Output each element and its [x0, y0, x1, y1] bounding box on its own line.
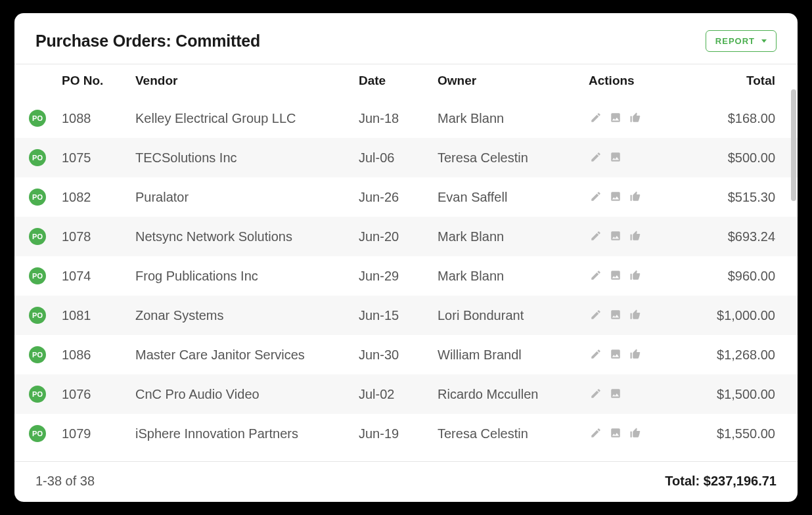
- image-icon[interactable]: [608, 189, 623, 204]
- chevron-down-icon: [761, 39, 767, 43]
- actions-cell: [582, 177, 681, 217]
- table-row[interactable]: PO1075TECSolutions IncJul-06Teresa Celes…: [14, 138, 798, 177]
- owner-cell: Mark Blann: [431, 99, 582, 138]
- col-header-date[interactable]: Date: [352, 64, 431, 99]
- thumbs-up-icon[interactable]: [628, 268, 643, 282]
- date-cell: Jun-15: [352, 296, 431, 335]
- vendor-cell: Master Care Janitor Services: [129, 335, 352, 374]
- po-number-cell: 1088: [55, 99, 129, 138]
- col-header-po[interactable]: PO No.: [55, 64, 129, 99]
- page-title: Purchase Orders: Committed: [35, 32, 260, 51]
- image-icon[interactable]: [608, 110, 623, 125]
- total-cell: $1,000.00: [681, 296, 798, 335]
- report-button[interactable]: REPORT: [706, 30, 777, 52]
- image-icon[interactable]: [608, 386, 623, 401]
- pencil-icon[interactable]: [589, 347, 603, 361]
- vendor-cell: Frog Publications Inc: [129, 256, 352, 296]
- thumbs-up-icon[interactable]: [628, 110, 643, 125]
- po-badge-cell: PO: [14, 177, 55, 217]
- image-icon[interactable]: [608, 307, 623, 322]
- pencil-icon[interactable]: [589, 189, 603, 204]
- po-badge: PO: [29, 346, 46, 363]
- actions-cell: [582, 335, 681, 374]
- po-badge: PO: [29, 149, 46, 166]
- card-header: Purchase Orders: Committed REPORT: [14, 13, 798, 64]
- thumbs-up-icon[interactable]: [628, 426, 643, 440]
- thumbs-up-icon[interactable]: [628, 189, 643, 204]
- vendor-cell: iSphere Innovation Partners: [129, 414, 352, 453]
- po-badge-cell: PO: [14, 138, 55, 177]
- total-cell: $1,268.00: [681, 335, 798, 374]
- image-icon[interactable]: [608, 150, 623, 164]
- po-number-cell: 1078: [55, 217, 129, 256]
- po-badge: PO: [29, 425, 46, 442]
- actions-cell: [582, 296, 681, 335]
- table-row[interactable]: PO1074Frog Publications IncJun-29Mark Bl…: [14, 256, 798, 296]
- po-badge-cell: PO: [14, 217, 55, 256]
- thumbs-up-icon[interactable]: [628, 229, 643, 243]
- date-cell: Jul-06: [352, 138, 431, 177]
- owner-cell: William Brandl: [431, 335, 582, 374]
- po-badge-cell: PO: [14, 374, 55, 414]
- pencil-icon[interactable]: [589, 426, 603, 440]
- col-header-vendor[interactable]: Vendor: [129, 64, 352, 99]
- table-row[interactable]: PO1079iSphere Innovation PartnersJun-19T…: [14, 414, 798, 453]
- po-number-cell: 1079: [55, 414, 129, 453]
- po-badge: PO: [29, 228, 46, 245]
- date-cell: Jun-29: [352, 256, 431, 296]
- table-row[interactable]: PO1081Zonar SystemsJun-15Lori Bondurant$…: [14, 296, 798, 335]
- pencil-icon[interactable]: [589, 307, 603, 322]
- total-cell: $1,550.00: [681, 414, 798, 453]
- pencil-icon[interactable]: [589, 229, 603, 243]
- po-number-cell: 1076: [55, 374, 129, 414]
- total-cell: $693.24: [681, 217, 798, 256]
- po-badge: PO: [29, 110, 46, 127]
- table-row[interactable]: PO1088Kelley Electrical Group LLCJun-18M…: [14, 99, 798, 138]
- col-header-owner[interactable]: Owner: [431, 64, 582, 99]
- footer-total: Total: $237,196.71: [665, 474, 777, 489]
- date-cell: Jun-26: [352, 177, 431, 217]
- pencil-icon[interactable]: [589, 268, 603, 282]
- po-number-cell: 1082: [55, 177, 129, 217]
- pencil-icon[interactable]: [589, 110, 603, 125]
- image-icon[interactable]: [608, 268, 623, 282]
- vendor-cell: Puralator: [129, 177, 352, 217]
- thumbs-up-icon[interactable]: [628, 307, 643, 322]
- image-icon[interactable]: [608, 229, 623, 243]
- po-number-cell: 1074: [55, 256, 129, 296]
- vendor-cell: Zonar Systems: [129, 296, 352, 335]
- pencil-icon[interactable]: [589, 386, 603, 401]
- actions-cell: [582, 256, 681, 296]
- image-icon[interactable]: [608, 347, 623, 361]
- table-row[interactable]: PO1078Netsync Network SolutionsJun-20Mar…: [14, 217, 798, 256]
- table-row[interactable]: PO1082PuralatorJun-26Evan Saffell$515.30: [14, 177, 798, 217]
- date-cell: Jun-19: [352, 414, 431, 453]
- total-cell: $960.00: [681, 256, 798, 296]
- report-button-label: REPORT: [715, 36, 755, 46]
- actions-cell: [582, 374, 681, 414]
- date-cell: Jun-30: [352, 335, 431, 374]
- col-header-badge: [14, 64, 55, 99]
- table-header-row: PO No. Vendor Date Owner Actions Total: [14, 64, 798, 99]
- po-number-cell: 1086: [55, 335, 129, 374]
- date-cell: Jul-02: [352, 374, 431, 414]
- scrollbar-thumb[interactable]: [791, 89, 796, 201]
- pagination-text: 1-38 of 38: [35, 474, 95, 489]
- image-icon[interactable]: [608, 426, 623, 440]
- po-badge: PO: [29, 307, 46, 324]
- actions-cell: [582, 138, 681, 177]
- owner-cell: Ricardo Mccullen: [431, 374, 582, 414]
- owner-cell: Mark Blann: [431, 217, 582, 256]
- total-cell: $168.00: [681, 99, 798, 138]
- po-badge: PO: [29, 189, 46, 206]
- thumbs-up-icon[interactable]: [628, 347, 643, 361]
- col-header-total[interactable]: Total: [681, 64, 798, 99]
- date-cell: Jun-20: [352, 217, 431, 256]
- table-row[interactable]: PO1086Master Care Janitor ServicesJun-30…: [14, 335, 798, 374]
- total-cell: $500.00: [681, 138, 798, 177]
- owner-cell: Lori Bondurant: [431, 296, 582, 335]
- po-badge: PO: [29, 267, 46, 284]
- pencil-icon[interactable]: [589, 150, 603, 164]
- table-row[interactable]: PO1076CnC Pro Audio VideoJul-02Ricardo M…: [14, 374, 798, 414]
- table-scroll-area: PO No. Vendor Date Owner Actions Total P…: [14, 64, 798, 461]
